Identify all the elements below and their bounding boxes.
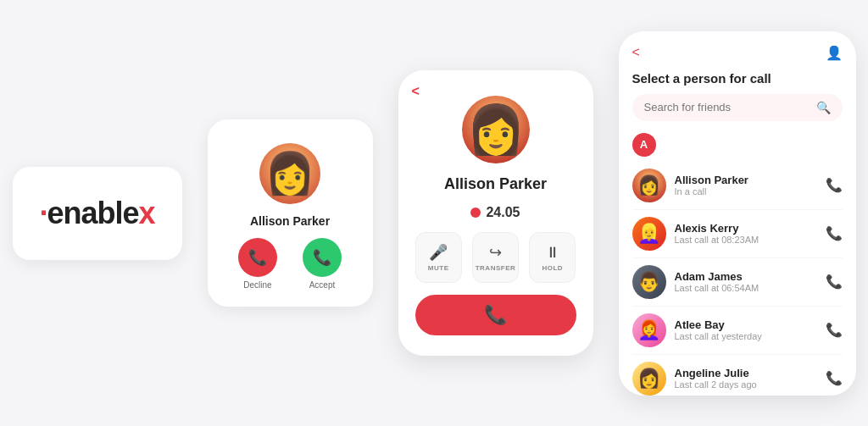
contact-status: Last call at 08:23AM: [675, 235, 817, 245]
card-header: < 👤: [632, 45, 843, 61]
transfer-label: TRANSFER: [476, 264, 516, 272]
call-buttons-row: 📞 Decline 📞 Accept: [238, 238, 342, 290]
accept-label: Accept: [309, 280, 336, 290]
contact-name: Angeline Julie: [675, 367, 817, 379]
incoming-call-card: Allison Parker 📞 Decline 📞 Accept: [208, 119, 373, 307]
transfer-button[interactable]: ↪ TRANSFER: [472, 232, 519, 283]
contact-name: Atlee Bay: [675, 318, 817, 331]
contact-name: Adam James: [675, 270, 817, 283]
search-icon: 🔍: [816, 101, 831, 114]
logo-x: x: [139, 196, 155, 230]
contact-avatar: [632, 217, 666, 251]
caller-avatar: [259, 143, 320, 204]
contact-list-back-button[interactable]: <: [632, 45, 640, 60]
back-button[interactable]: <: [412, 84, 420, 99]
mute-button[interactable]: 🎤 MUTE: [415, 232, 462, 283]
hold-label: HOLD: [542, 264, 563, 272]
accept-wrap: 📞 Accept: [303, 238, 342, 290]
contact-list-title: Select a person for call: [632, 71, 843, 86]
contact-info: Atlee BayLast call at yesterday: [675, 318, 817, 341]
contact-item: Angeline JulieLast call 2 days ago📞: [632, 355, 843, 396]
decline-button[interactable]: 📞: [238, 238, 277, 277]
add-contact-button[interactable]: 👤: [826, 45, 843, 61]
search-input[interactable]: [644, 101, 810, 113]
contact-item: Alexis KerryLast call at 08:23AM📞: [632, 210, 843, 258]
contact-name: Alexis Kerry: [675, 222, 817, 235]
contact-name: Allison Parker: [675, 174, 817, 186]
search-bar: 🔍: [632, 94, 843, 121]
logo-card: ·enablex: [13, 167, 182, 260]
logo: ·enablex: [39, 196, 154, 231]
contact-avatar: [632, 313, 666, 347]
contact-status: Last call at 06:54AM: [675, 283, 817, 293]
contact-call-button[interactable]: 📞: [826, 225, 843, 241]
hold-button[interactable]: ⏸ HOLD: [529, 232, 576, 283]
contact-item: Adam JamesLast call at 06:54AM📞: [632, 258, 843, 307]
contact-list: Allison ParkerIn a call📞Alexis KerryLast…: [632, 162, 843, 396]
end-call-icon: 📞: [484, 304, 507, 326]
contact-list-card: < 👤 Select a person for call 🔍 A Allison…: [619, 31, 856, 396]
contact-item: Atlee BayLast call at yesterday📞: [632, 307, 843, 355]
logo-brand: enable: [47, 196, 138, 230]
mute-icon: 🎤: [429, 243, 448, 262]
timer-dot-icon: [470, 207, 481, 218]
contact-call-button[interactable]: 📞: [826, 274, 843, 290]
search-button[interactable]: 🔍: [816, 101, 831, 114]
contact-avatar: [632, 362, 666, 396]
contact-call-button[interactable]: 📞: [826, 177, 843, 193]
contact-info: Angeline JulieLast call 2 days ago: [675, 367, 817, 390]
contact-avatar: [632, 169, 666, 202]
active-caller-name: Allison Parker: [444, 175, 547, 193]
contact-info: Allison ParkerIn a call: [675, 174, 817, 196]
person-add-icon: 👤: [826, 46, 843, 60]
contact-call-button[interactable]: 📞: [826, 370, 843, 386]
decline-icon: 📞: [248, 248, 267, 267]
contact-info: Alexis KerryLast call at 08:23AM: [675, 222, 817, 245]
contact-status: Last call at yesterday: [675, 331, 817, 341]
transfer-icon: ↪: [489, 243, 502, 262]
accept-icon: 📞: [313, 248, 331, 267]
contact-avatar: [632, 265, 666, 299]
active-caller-avatar: [462, 96, 530, 163]
caller-name: Allison Parker: [250, 214, 330, 228]
mute-label: MUTE: [428, 264, 449, 272]
decline-label: Decline: [243, 280, 271, 290]
section-letter-a: A: [632, 133, 656, 157]
end-call-button[interactable]: 📞: [415, 295, 576, 335]
decline-wrap: 📞 Decline: [238, 238, 277, 290]
hold-icon: ⏸: [545, 244, 560, 262]
timer-value: 24.05: [486, 205, 520, 220]
active-call-card: < Allison Parker 24.05 🎤 MUTE ↪ TRANSFER…: [398, 70, 593, 356]
contact-status: Last call 2 days ago: [675, 379, 817, 390]
contact-item: Allison ParkerIn a call📞: [632, 162, 843, 210]
contact-call-button[interactable]: 📞: [826, 322, 843, 338]
contact-status: In a call: [675, 186, 817, 196]
accept-button[interactable]: 📞: [303, 238, 342, 277]
call-timer: 24.05: [470, 205, 520, 220]
contact-info: Adam JamesLast call at 06:54AM: [675, 270, 817, 293]
call-actions-row: 🎤 MUTE ↪ TRANSFER ⏸ HOLD: [415, 232, 576, 283]
